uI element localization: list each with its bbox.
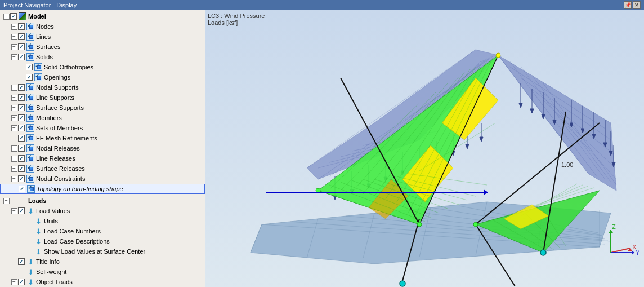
tree-item-surface-supports[interactable]: −✓✓Surface Supports (0, 103, 205, 113)
expander-members[interactable]: − (10, 114, 18, 122)
lc-label-line1: LC3 : Wind Pressure (208, 12, 265, 19)
expander-surface-releases[interactable]: − (10, 165, 18, 173)
tree-item-openings[interactable]: ✓✓Openings (0, 72, 205, 82)
main-layout: −✓Model−✓✓Nodes−✓✓Lines−✓✓Surfaces−✓✓Sol… (0, 10, 644, 287)
pin-button[interactable]: 📌 (624, 1, 632, 9)
checkbox-openings[interactable]: ✓ (26, 74, 33, 81)
expander-line-supports[interactable]: − (10, 94, 18, 101)
label-surfaces: Surfaces (36, 43, 60, 50)
svg-text:Z: Z (612, 223, 616, 230)
checkbox-object-loads[interactable]: ✓ (18, 279, 25, 285)
tree-item-surface-releases[interactable]: −✓✓Surface Releases (0, 164, 205, 174)
icon-line-releases: ✓ (26, 154, 35, 162)
tree-item-solid-ortho[interactable]: ✓✓Solid Orthotropies (0, 62, 205, 72)
viewport-label: LC3 : Wind Pressure Loads [ksf] (208, 12, 265, 26)
tree-item-model[interactable]: −✓Model (0, 11, 205, 21)
close-button[interactable]: ✕ (633, 1, 641, 9)
tree-item-nodes[interactable]: −✓✓Nodes (0, 21, 205, 32)
tree-item-title-info[interactable]: ✓⬇Title Info (0, 257, 205, 267)
checkbox-title-info[interactable]: ✓ (18, 258, 25, 265)
icon-openings: ✓ (34, 73, 43, 81)
expander-nodal-supports[interactable]: − (10, 83, 18, 91)
svg-point-124 (417, 222, 422, 227)
svg-point-127 (473, 222, 478, 227)
scene-container: X Y Z 1.00 (205, 10, 644, 287)
checkbox-surfaces[interactable]: ✓ (18, 43, 25, 50)
icon-nodes: ✓ (26, 23, 35, 30)
tree-item-show-load-values[interactable]: ⬇Show Load Values at Surface Center (0, 246, 205, 257)
checkbox-solid-ortho[interactable]: ✓ (26, 64, 33, 70)
expander-surface-supports[interactable]: − (10, 104, 18, 112)
icon-units: ⬇ (34, 217, 43, 225)
title-bar: Project Navigator - Display 📌 ✕ (0, 0, 644, 10)
scene-svg: X Y Z 1.00 (205, 10, 644, 287)
title-bar-controls: 📌 ✕ (624, 1, 641, 9)
expander-nodal-releases[interactable]: − (10, 144, 18, 152)
label-surface-releases: Surface Releases (36, 165, 85, 172)
tree-item-object-loads[interactable]: −✓⬇Object Loads (0, 277, 205, 287)
icon-surface-supports: ✓ (26, 104, 35, 112)
tree-item-fe-mesh[interactable]: ✓✓FE Mesh Refinements (0, 133, 205, 143)
tree-item-loads[interactable]: −Loads (0, 196, 205, 206)
tree-item-sets-members[interactable]: −✓✓Sets of Members (0, 123, 205, 133)
expander-load-values[interactable]: − (10, 207, 18, 215)
tree-item-solids[interactable]: −✓✓Solids (0, 52, 205, 62)
expander-nodal-constraints[interactable]: − (10, 175, 18, 183)
tree-item-lines[interactable]: −✓✓Lines (0, 32, 205, 42)
checkbox-topology[interactable]: ✓ (19, 186, 25, 192)
tree-item-line-releases[interactable]: −✓✓Line Releases (0, 153, 205, 164)
icon-load-case-desc: ⬇ (34, 237, 43, 245)
checkbox-nodal-releases[interactable]: ✓ (18, 145, 25, 152)
expander-object-loads[interactable]: − (10, 278, 18, 286)
expander-surfaces[interactable]: − (10, 43, 18, 51)
expander-loads[interactable]: − (2, 197, 10, 205)
checkbox-nodal-constraints[interactable]: ✓ (18, 175, 25, 182)
icon-solids: ✓ (26, 53, 35, 61)
label-surface-supports: Surface Supports (36, 104, 84, 111)
expander-units (18, 217, 26, 225)
icon-object-loads: ⬇ (26, 278, 35, 286)
checkbox-surface-supports[interactable]: ✓ (18, 104, 25, 111)
checkbox-line-releases[interactable]: ✓ (18, 155, 25, 162)
tree-container[interactable]: −✓Model−✓✓Nodes−✓✓Lines−✓✓Surfaces−✓✓Sol… (0, 10, 205, 287)
checkbox-nodal-supports[interactable]: ✓ (18, 84, 25, 91)
label-nodal-constraints: Nodal Constraints (36, 175, 85, 182)
checkbox-load-values[interactable]: ✓ (18, 207, 25, 214)
checkbox-nodes[interactable]: ✓ (18, 23, 25, 30)
tree-item-topology[interactable]: ✓✓Topology on form-finding shape (0, 184, 205, 194)
tree-item-line-supports[interactable]: −✓✓Line Supports (0, 92, 205, 103)
left-panel: −✓Model−✓✓Nodes−✓✓Lines−✓✓Surfaces−✓✓Sol… (0, 10, 205, 287)
expander-solids[interactable]: − (10, 53, 18, 61)
icon-model (18, 12, 27, 20)
icon-lines: ✓ (26, 33, 35, 41)
expander-line-releases[interactable]: − (10, 154, 18, 162)
tree-item-units[interactable]: ⬇Units (0, 216, 205, 226)
label-self-weight: Self-weight (36, 268, 66, 275)
expander-sets-members[interactable]: − (10, 124, 18, 132)
icon-title-info: ⬇ (26, 258, 35, 266)
tree-item-load-case-numbers[interactable]: ⬇Load Case Numbers (0, 226, 205, 236)
tree-item-load-case-desc[interactable]: ⬇Load Case Descriptions (0, 236, 205, 246)
tree-item-members[interactable]: −✓✓Members (0, 113, 205, 123)
expander-lines[interactable]: − (10, 33, 18, 41)
expander-model[interactable]: − (2, 12, 10, 20)
checkbox-model[interactable]: ✓ (10, 13, 17, 20)
tree-item-nodal-supports[interactable]: −✓✓Nodal Supports (0, 82, 205, 92)
checkbox-sets-members[interactable]: ✓ (18, 125, 25, 131)
expander-load-case-numbers (18, 227, 26, 235)
checkbox-members[interactable]: ✓ (18, 114, 25, 121)
tree-item-surfaces[interactable]: −✓✓Surfaces (0, 42, 205, 52)
svg-text:Y: Y (636, 249, 640, 256)
tree-item-nodal-releases[interactable]: −✓✓Nodal Releases (0, 143, 205, 153)
tree-item-self-weight[interactable]: ⬇Self-weight (0, 267, 205, 277)
checkbox-lines[interactable]: ✓ (18, 33, 25, 40)
checkbox-solids[interactable]: ✓ (18, 54, 25, 60)
tree-item-load-values[interactable]: −✓⬇Load Values (0, 206, 205, 216)
tree-item-nodal-constraints[interactable]: −✓✓Nodal Constraints (0, 174, 205, 184)
title-label: Project Navigator - Display (3, 2, 77, 8)
expander-nodes[interactable]: − (10, 23, 18, 30)
checkbox-line-supports[interactable]: ✓ (18, 94, 25, 101)
checkbox-surface-releases[interactable]: ✓ (18, 165, 25, 172)
checkbox-fe-mesh[interactable]: ✓ (18, 135, 25, 142)
label-members: Members (36, 114, 62, 121)
